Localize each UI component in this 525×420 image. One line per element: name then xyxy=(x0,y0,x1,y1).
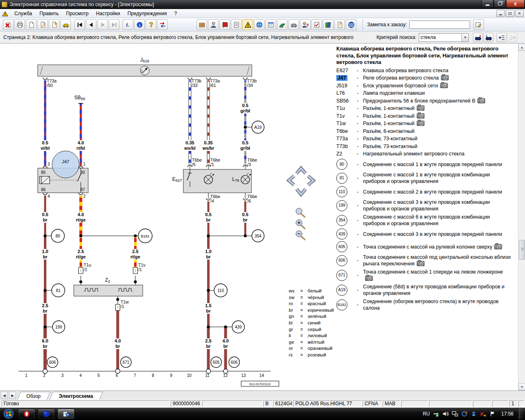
legend-item-T1v[interactable]: T1v-Разъём, 1-контактный xyxy=(336,113,511,119)
legend-term[interactable]: Z2 xyxy=(336,151,357,157)
print-button[interactable] xyxy=(14,19,25,30)
legend-item-J47[interactable]: J47-Реле обогрева ветрового стекла xyxy=(336,75,511,81)
wiring-diagram[interactable]: J47↑↑↑80B181A193548111019943960667160560… xyxy=(0,43,287,390)
history-button[interactable]: t. xyxy=(123,19,133,30)
order-note-button[interactable] xyxy=(473,19,484,30)
tab-scroll-right-button[interactable]: ▶ xyxy=(9,392,16,399)
camera-thumbnail-icon[interactable] xyxy=(477,98,485,103)
legend-term[interactable]: 606 xyxy=(336,255,357,266)
legend-item-T73b[interactable]: T73b-Разъём, 73-контактный xyxy=(336,143,511,150)
mdi-minimize-button[interactable] xyxy=(496,10,505,17)
elsa-info-button[interactable] xyxy=(346,19,356,30)
tasklist-button[interactable] xyxy=(311,19,322,30)
usb-device-icon[interactable] xyxy=(433,411,439,417)
legend-term[interactable]: SB56 xyxy=(336,98,357,104)
vehicle-button[interactable] xyxy=(60,19,71,30)
list-back-button[interactable] xyxy=(497,33,507,42)
planner-button[interactable] xyxy=(265,19,276,30)
taskbar-elsawin-button[interactable] xyxy=(57,409,75,419)
documents-button[interactable] xyxy=(231,19,242,30)
legend-term[interactable]: T1w xyxy=(336,120,357,127)
legend-term[interactable]: T73b xyxy=(336,143,357,150)
camera-thumbnail-icon[interactable] xyxy=(417,105,425,111)
taskbar-sphere-button[interactable] xyxy=(38,409,55,419)
legend-item-354[interactable]: 354-Соединение с массой 6 в жгуте провод… xyxy=(336,214,511,227)
tab-scroll-left-button[interactable]: ◀ xyxy=(1,392,8,399)
legend-item-T73a[interactable]: T73a-Разъём, 73-контактный xyxy=(336,135,511,142)
taskbar-opera-button[interactable] xyxy=(18,409,35,419)
customer-button[interactable] xyxy=(208,19,219,30)
legend-term[interactable]: T73a xyxy=(336,135,357,142)
legend-term[interactable]: T6be xyxy=(336,128,357,135)
scrollbar-thumb[interactable] xyxy=(519,240,525,260)
legend-term[interactable]: 199 xyxy=(336,200,357,211)
legend-item-J519[interactable]: J519-Блок управления бортовой сети xyxy=(336,82,511,89)
menu-item-1[interactable]: Править xyxy=(36,10,62,17)
legend-item-81[interactable]: 81-Соединение с массой 1 в жгуте проводо… xyxy=(336,171,511,185)
clock[interactable]: 17:56 xyxy=(501,411,514,417)
legend-term[interactable]: J519 xyxy=(336,82,357,89)
show-desktop-button[interactable] xyxy=(519,409,523,419)
legend-item-E627[interactable]: E627-Клавиша обогрева ветрового стекла xyxy=(336,67,511,74)
zoom-tools[interactable] xyxy=(294,206,308,241)
nav-next-button[interactable] xyxy=(97,19,108,30)
scroll-up-icon[interactable]: ▲ xyxy=(518,44,525,51)
online-button[interactable] xyxy=(254,19,265,30)
search-criteria-combobox[interactable]: стекла ▼ xyxy=(419,33,469,42)
legend-term[interactable]: L76 xyxy=(336,90,357,96)
warnings-button[interactable] xyxy=(242,19,253,30)
mdi-close-button[interactable]: ✕ xyxy=(515,10,524,17)
service-button[interactable] xyxy=(277,19,288,30)
menu-item-4[interactable]: Предупреждения xyxy=(124,10,171,17)
menu-item-2[interactable]: Просмотр xyxy=(62,10,92,17)
legend-item-SB56[interactable]: SB56-Предохранитель 56 в блоке предохран… xyxy=(336,98,511,104)
legend-term[interactable]: E627 xyxy=(336,67,357,74)
relay-j47-bubble[interactable] xyxy=(52,151,79,178)
legend-term[interactable]: A19 xyxy=(336,285,357,296)
nav-last-button[interactable] xyxy=(109,19,119,30)
dropbox-icon[interactable] xyxy=(470,411,477,417)
tab-schematic[interactable]: Электросхема xyxy=(49,392,103,399)
legend-item-Z2[interactable]: Z2-Нагревательный элемент ветрового стек… xyxy=(336,151,511,157)
legend-item-110[interactable]: 110-Соединение с массой 2 в жгуте провод… xyxy=(336,186,511,197)
new-job-button[interactable]: ★ xyxy=(49,19,59,30)
camera-thumbnail-icon[interactable] xyxy=(494,244,502,249)
compare-button[interactable] xyxy=(157,19,168,30)
legend-term[interactable]: 81 xyxy=(336,173,357,184)
legend-item-A19[interactable]: A19-Соединение (58d) в жгуте проводов ко… xyxy=(336,283,511,297)
menu-item-3[interactable]: Настройки xyxy=(92,10,124,17)
vehicle-data-button[interactable] xyxy=(288,19,299,30)
camera-thumbnail-icon[interactable] xyxy=(417,121,425,126)
menu-item-0[interactable]: Служба xyxy=(11,10,36,17)
camera-thumbnail-icon[interactable] xyxy=(417,261,425,266)
close-button[interactable]: x xyxy=(506,0,525,8)
invoice-button[interactable]: ? xyxy=(334,19,345,30)
legend-term[interactable]: 80 xyxy=(336,159,357,170)
legend-term[interactable]: J47 xyxy=(336,75,357,81)
mdi-restore-button[interactable] xyxy=(506,10,514,17)
vertical-scrollbar[interactable]: ▲ ▼ xyxy=(518,44,525,390)
pan-control[interactable] xyxy=(285,164,317,199)
camera-thumbnail-icon[interactable] xyxy=(365,276,373,281)
minimize-button[interactable] xyxy=(482,0,493,8)
legend-item-439[interactable]: 439-Соединение с массой 3 в жгуте провод… xyxy=(336,228,511,240)
legend-term[interactable]: B181 xyxy=(336,299,357,310)
info-button[interactable]: i xyxy=(134,19,145,30)
volume-icon[interactable] xyxy=(442,411,449,417)
legend-term[interactable]: 605 xyxy=(336,241,357,252)
antivirus-icon[interactable]: K xyxy=(480,411,486,417)
repair-manual-button[interactable] xyxy=(219,19,230,30)
legend-term[interactable]: 671 xyxy=(336,270,357,281)
legend-item-T1u[interactable]: T1u-Разъём, 1-контактный xyxy=(336,105,511,112)
legend-item-T1w[interactable]: T1w-Разъём, 1-контактный xyxy=(336,120,511,127)
find-prev-button[interactable] xyxy=(484,33,493,42)
camera-thumbnail-icon[interactable] xyxy=(441,75,449,80)
exit-schematic-button[interactable] xyxy=(3,19,14,30)
legend-item-80[interactable]: 80-Соединение с массой 1 в жгуте проводо… xyxy=(336,159,511,170)
legend-item-605[interactable]: 605-Точка соединения с массой на рулевой… xyxy=(336,241,511,252)
customer-search-button[interactable]: ? xyxy=(300,19,310,30)
library-button[interactable] xyxy=(323,19,333,30)
legend-item-606[interactable]: 606-Точка соединения с массой под центра… xyxy=(336,254,511,267)
legend-term[interactable]: T1v xyxy=(336,113,357,119)
legend-term[interactable]: 354 xyxy=(336,215,357,226)
